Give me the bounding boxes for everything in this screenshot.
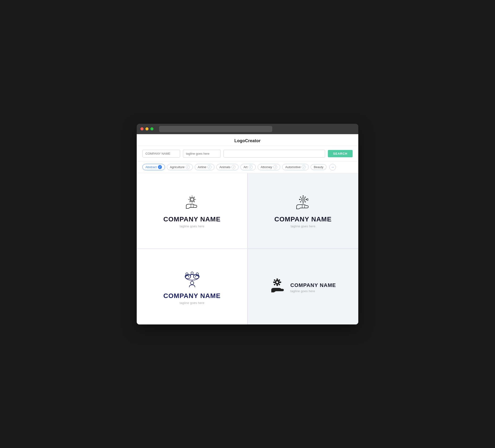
svg-point-4	[301, 197, 305, 201]
svg-rect-6	[303, 196, 303, 197]
minimize-button[interactable]	[145, 127, 149, 130]
svg-rect-13	[304, 201, 306, 203]
logo-tagline-3: tagline goes here	[180, 301, 204, 305]
logo-company-name-3: COMPANY NAME	[163, 292, 221, 300]
app-header: LogoCreator	[137, 134, 358, 146]
address-bar	[159, 126, 272, 132]
company-name-input[interactable]	[142, 150, 180, 157]
app-content: LogoCreator SEARCH Abstract ✓ Agricultur…	[137, 134, 358, 324]
svg-rect-31	[274, 279, 275, 281]
filter-chip-beauty[interactable]: Beauty	[311, 164, 326, 170]
keyword-input[interactable]	[223, 150, 325, 157]
svg-rect-14	[307, 198, 308, 200]
filter-bar: Abstract ✓ Agriculture ✓ Airline ✓ Anima…	[137, 162, 358, 173]
svg-rect-10	[300, 196, 301, 198]
filter-check-agriculture: ✓	[186, 165, 190, 169]
search-button[interactable]: SEARCH	[328, 150, 353, 157]
filter-label-animals: Animals	[220, 165, 230, 169]
filter-chip-art[interactable]: Art ✓	[240, 164, 256, 170]
filter-chip-airline[interactable]: Airline ✓	[195, 164, 215, 170]
logo-tagline-2: tagline goes here	[291, 224, 315, 228]
svg-rect-12	[300, 201, 301, 203]
maximize-button[interactable]	[150, 127, 153, 130]
filter-check-animals: ✓	[232, 165, 235, 169]
svg-rect-33	[274, 283, 275, 285]
svg-point-21	[191, 272, 193, 274]
tagline-input[interactable]	[183, 150, 221, 157]
svg-point-23	[191, 281, 194, 285]
app-title: LogoCreator	[137, 139, 358, 143]
svg-point-26	[276, 281, 278, 283]
logo-company-name-2: COMPANY NAME	[274, 215, 332, 223]
svg-point-0	[191, 198, 194, 201]
svg-rect-8	[299, 199, 300, 200]
logo-tagline-1: tagline goes here	[180, 224, 204, 228]
filter-label-automotive: Automotive	[285, 165, 301, 169]
filter-check-abstract: ✓	[158, 165, 162, 169]
filter-chip-abstract[interactable]: Abstract ✓	[142, 164, 165, 170]
people-cloud-icon	[180, 271, 204, 288]
gear-hand-icon-1	[183, 195, 202, 212]
filter-check-attorney: ✓	[273, 165, 277, 169]
logo-card-1[interactable]: COMPANY NAME tagline goes here	[137, 173, 247, 249]
svg-rect-7	[303, 202, 303, 203]
filter-label-abstract: Abstract	[145, 165, 157, 169]
filter-label-beauty: Beauty	[314, 165, 323, 169]
svg-rect-30	[279, 281, 281, 283]
filter-label-art: Art	[244, 165, 248, 169]
logo-company-name-4: COMPANY NAME	[290, 282, 336, 288]
svg-point-5	[302, 199, 304, 200]
filter-label-attorney: Attorney	[261, 165, 272, 169]
svg-rect-11	[304, 196, 306, 198]
logo-card-4-inner: COMPANY NAME tagline goes here	[270, 278, 336, 298]
close-button[interactable]	[140, 127, 144, 130]
gear-hand-icon-2	[294, 195, 313, 212]
logo-card-4[interactable]: COMPANY NAME tagline goes here	[248, 249, 358, 324]
logo-tagline-4: tagline goes here	[290, 289, 336, 293]
filter-chip-agriculture[interactable]: Agriculture ✓	[167, 164, 193, 170]
svg-rect-27	[276, 279, 278, 280]
logo-card-4-text: COMPANY NAME tagline goes here	[290, 282, 336, 293]
browser-window: LogoCreator SEARCH Abstract ✓ Agricultur…	[137, 124, 358, 324]
gear-hand-solid-icon	[270, 278, 287, 294]
filter-label-airline: Airline	[198, 165, 206, 169]
svg-rect-29	[273, 281, 275, 283]
filter-check-airline: ✓	[207, 165, 211, 169]
search-bar: SEARCH	[137, 146, 358, 162]
filter-label-agriculture: Agriculture	[170, 165, 185, 169]
filter-next-button[interactable]: →	[329, 164, 336, 170]
filter-chip-automotive[interactable]: Automotive ✓	[282, 164, 309, 170]
svg-rect-28	[276, 284, 278, 286]
logo-company-name-1: COMPANY NAME	[163, 215, 221, 223]
filter-chip-animals[interactable]: Animals ✓	[216, 164, 239, 170]
filter-check-art: ✓	[249, 165, 253, 169]
filter-chip-attorney[interactable]: Attorney ✓	[258, 164, 280, 170]
filter-check-automotive: ✓	[302, 165, 306, 169]
logo-card-2[interactable]: COMPANY NAME tagline goes here	[248, 173, 358, 249]
browser-titlebar	[137, 124, 358, 134]
logo-grid: COMPANY NAME tagline goes here	[137, 173, 358, 324]
logo-card-3[interactable]: COMPANY NAME tagline goes here	[137, 249, 247, 324]
